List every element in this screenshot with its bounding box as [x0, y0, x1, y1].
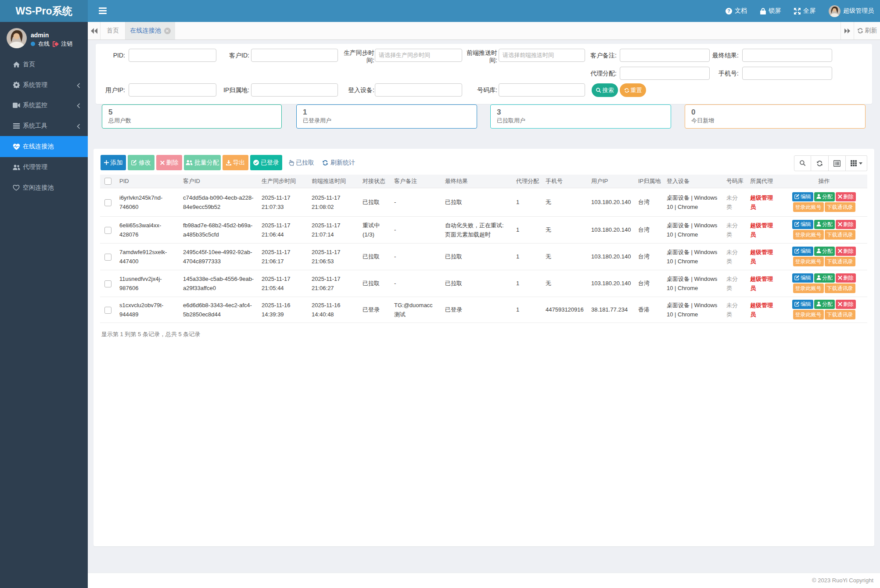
svg-text:?: ? — [727, 8, 730, 14]
